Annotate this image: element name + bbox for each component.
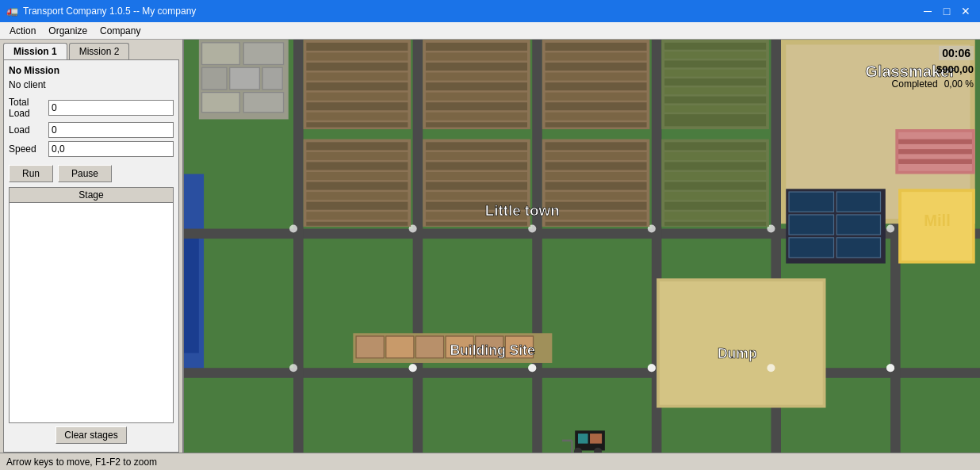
svg-rect-10 — [413, 40, 423, 453]
svg-rect-11 — [532, 40, 542, 453]
svg-rect-42 — [262, 67, 282, 90]
minimize-button[interactable]: ─ — [920, 3, 936, 19]
mission-title: No Mission — [9, 65, 174, 76]
svg-text:Dump: Dump — [718, 346, 757, 361]
load-label: Load — [9, 124, 48, 136]
svg-rect-63 — [426, 113, 527, 120]
svg-rect-39 — [243, 43, 283, 65]
svg-rect-118 — [426, 182, 527, 190]
mission-panel: No Mission No client Total Load Load Spe… — [3, 59, 179, 453]
svg-rect-139 — [664, 192, 766, 200]
menu-action[interactable]: Action — [3, 24, 42, 38]
svg-rect-127 — [546, 172, 647, 180]
svg-rect-153 — [578, 434, 588, 444]
svg-rect-9 — [293, 40, 304, 453]
title-bar-controls: ─ □ ✕ — [920, 3, 974, 19]
no-client: No client — [9, 79, 174, 90]
menu-bar: Action Organize Company — [0, 22, 980, 40]
svg-rect-100 — [836, 238, 880, 258]
svg-rect-93 — [898, 159, 972, 164]
svg-rect-70 — [546, 82, 647, 90]
svg-rect-54 — [306, 122, 408, 127]
load-input[interactable] — [48, 122, 174, 138]
svg-point-27 — [289, 364, 297, 372]
svg-rect-40 — [202, 67, 227, 90]
left-panel: Mission 1 Mission 2 No Mission No client… — [0, 40, 184, 453]
svg-rect-112 — [306, 222, 408, 226]
svg-rect-91 — [898, 139, 972, 144]
svg-rect-122 — [426, 222, 527, 226]
svg-rect-151 — [660, 281, 823, 405]
svg-rect-154 — [590, 434, 602, 444]
svg-rect-83 — [664, 105, 766, 113]
svg-rect-7 — [184, 368, 980, 378]
svg-rect-49 — [306, 73, 408, 81]
svg-rect-67 — [546, 52, 647, 60]
svg-rect-58 — [426, 63, 527, 71]
svg-rect-106 — [306, 162, 408, 170]
maximize-button[interactable]: □ — [939, 3, 955, 19]
run-button[interactable]: Run — [9, 165, 53, 182]
svg-rect-77 — [664, 52, 766, 59]
svg-rect-84 — [664, 114, 766, 126]
svg-point-172 — [886, 364, 894, 372]
svg-rect-97 — [789, 215, 833, 235]
svg-rect-79 — [664, 70, 766, 77]
svg-rect-62 — [426, 102, 527, 110]
svg-point-26 — [886, 225, 894, 233]
status-bar: Arrow keys to move, F1-F2 to zoom — [0, 453, 980, 470]
map-area[interactable]: Glassmaker Little town Building Site Dum… — [184, 40, 980, 453]
svg-rect-128 — [546, 182, 647, 190]
svg-rect-146 — [415, 336, 443, 358]
game-map: Glassmaker Little town Building Site Dum… — [184, 40, 980, 453]
svg-rect-99 — [789, 238, 833, 258]
window-title: Transport Company 1.0.5 -- My company — [23, 6, 196, 17]
clear-stages-button[interactable]: Clear stages — [56, 426, 126, 444]
svg-rect-105 — [306, 152, 408, 160]
title-bar: 🚛 Transport Company 1.0.5 -- My company … — [0, 0, 980, 22]
pause-button[interactable]: Pause — [58, 165, 112, 182]
svg-rect-71 — [546, 93, 647, 101]
svg-rect-78 — [664, 60, 766, 67]
svg-rect-69 — [546, 73, 647, 81]
speed-label: Speed — [9, 143, 48, 155]
completed-value: 0,00 % — [944, 78, 974, 90]
close-button[interactable]: ✕ — [958, 3, 974, 19]
svg-text:Mill: Mill — [924, 212, 950, 229]
svg-rect-41 — [230, 67, 260, 90]
svg-rect-134 — [664, 142, 766, 150]
menu-organize[interactable]: Organize — [42, 24, 94, 38]
svg-rect-124 — [546, 142, 647, 150]
svg-rect-38 — [202, 43, 240, 65]
svg-rect-53 — [306, 113, 408, 120]
title-bar-left: 🚛 Transport Company 1.0.5 -- My company — [6, 6, 196, 17]
svg-rect-47 — [306, 52, 408, 60]
svg-rect-48 — [306, 63, 408, 71]
svg-rect-43 — [202, 93, 240, 113]
svg-text:Little town: Little town — [485, 202, 560, 219]
svg-rect-52 — [306, 102, 408, 110]
action-buttons: Run Pause — [9, 165, 174, 182]
svg-rect-74 — [546, 122, 647, 127]
speed-input[interactable] — [48, 141, 174, 157]
speed-row: Speed — [9, 141, 174, 157]
tab-bar: Mission 1 Mission 2 — [0, 40, 182, 59]
svg-rect-110 — [306, 202, 408, 210]
svg-point-21 — [289, 225, 297, 233]
total-load-input[interactable] — [48, 100, 174, 116]
tab-mission2[interactable]: Mission 2 — [69, 43, 130, 59]
svg-rect-136 — [664, 162, 766, 170]
svg-rect-111 — [306, 212, 408, 220]
svg-rect-119 — [426, 192, 527, 200]
svg-rect-82 — [664, 97, 766, 104]
svg-rect-73 — [546, 113, 647, 120]
svg-rect-109 — [306, 192, 408, 200]
svg-rect-46 — [306, 43, 408, 51]
svg-rect-95 — [789, 192, 833, 212]
menu-company[interactable]: Company — [94, 24, 147, 38]
tab-mission1[interactable]: Mission 1 — [3, 43, 67, 59]
stage-container: Stage — [9, 187, 174, 423]
svg-rect-60 — [426, 82, 527, 90]
svg-rect-44 — [243, 93, 283, 113]
svg-rect-138 — [664, 182, 766, 190]
